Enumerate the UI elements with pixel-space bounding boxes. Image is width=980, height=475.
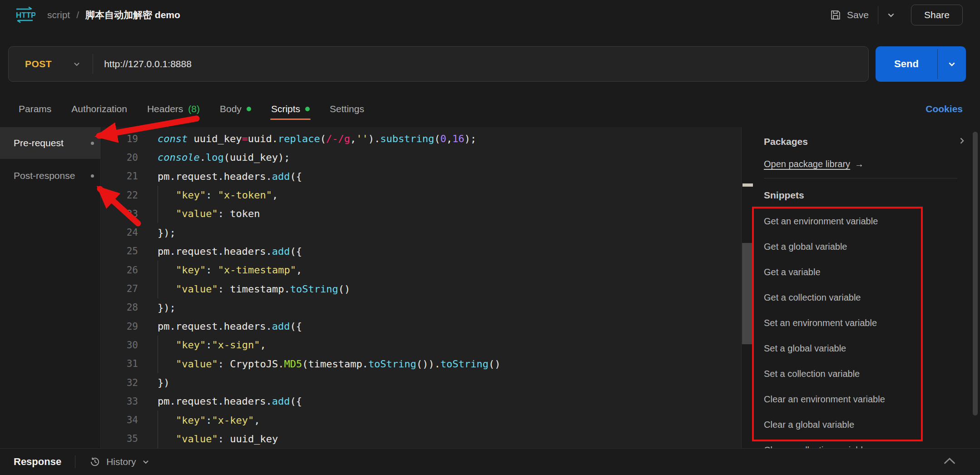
request-tabs: ParamsAuthorizationHeaders(8)BodyScripts… [0,91,980,127]
header-divider [878,6,878,24]
open-package-library-link[interactable]: Open package library → [764,159,864,169]
code-line: 34"key":"x-key", [101,411,741,429]
http-request-icon: HTTP [14,5,35,25]
response-bottom-bar: Response History [0,448,980,475]
line-number: 27 [101,283,158,294]
line-number: 26 [101,265,158,276]
tab-settings[interactable]: Settings [330,91,364,127]
sidebar-item-label: Post-response [14,170,75,181]
top-header: HTTP script / 脚本自动加解密 demo Save [0,0,980,30]
scroll-position-marker [742,183,753,187]
code-text: "value": uuid_key [158,430,278,448]
snippet-clear-a-global-variable[interactable]: Clear a global variable [764,412,959,437]
expand-response-chevron-icon[interactable] [942,456,957,468]
send-dropdown-chevron[interactable] [938,46,966,82]
code-line: 30"key":"x-sign", [101,336,741,354]
code-line: 22"key": "x-token", [101,186,741,204]
code-text: }) [158,373,170,392]
tab-label: Authorization [71,104,127,114]
tab-label: Params [19,104,51,114]
line-number: 20 [101,152,158,163]
url-input[interactable] [93,59,868,69]
code-text: "value": timestamp.toString() [158,279,350,298]
code-text: const uuid_key=uuid.replace(/-/g,'').sub… [158,129,476,148]
code-text: "key":"x-key", [158,411,260,429]
code-text: "value": token [158,204,260,223]
history-button[interactable]: History [89,456,149,468]
code-text: "key":"x-sign", [158,336,266,354]
tab-count-badge: (8) [188,104,200,114]
tab-label: Settings [330,104,364,114]
snippet-set-a-collection-variable[interactable]: Set a collection variable [764,361,959,386]
tab-label: Scripts [271,104,300,114]
code-text: pm.request.headers.add({ [158,392,302,411]
script-present-dot [91,174,94,178]
snippet-set-a-global-variable[interactable]: Set a global variable [764,336,959,361]
tab-body[interactable]: Body [220,91,251,127]
snippet-get-an-environment-variable[interactable]: Get an environment variable [764,208,959,234]
cookies-link[interactable]: Cookies [926,91,963,127]
code-line: 27"value": timestamp.toString() [101,279,741,298]
panel-scrollbar-thumb[interactable] [973,132,978,416]
method-select[interactable]: POST [9,59,93,69]
snippet-get-a-variable[interactable]: Get a variable [764,259,959,285]
send-button[interactable]: Send [876,46,966,82]
editor-scrollbar-thumb[interactable] [742,243,753,344]
breadcrumb-separator: / [76,10,79,20]
tab-label: Headers [147,104,183,114]
history-clock-icon [89,456,101,468]
scripts-sidebar: Pre-requestPost-response [0,127,101,448]
editor-scrollbar [741,127,753,448]
snippet-clear-a-collection-variable[interactable]: Clear a collection variable [764,437,959,448]
snippet-list: Get an environment variableGet a global … [764,208,959,448]
code-text: }); [158,298,176,317]
tab-authorization[interactable]: Authorization [71,91,127,127]
code-line: 21pm.request.headers.add({ [101,167,741,186]
share-button[interactable]: Share [911,5,963,25]
code-editor[interactable]: 19const uuid_key=uuid.replace(/-/g,'').s… [101,127,741,448]
line-number: 28 [101,302,158,313]
tab-scripts[interactable]: Scripts [271,91,310,127]
history-chevron-icon [142,458,150,466]
code-text: pm.request.headers.add({ [158,167,302,186]
code-line: 29pm.request.headers.add({ [101,317,741,336]
line-number: 33 [101,396,158,407]
history-label: History [106,456,136,467]
tab-headers[interactable]: Headers(8) [147,91,200,127]
breadcrumb-collection[interactable]: script [47,10,70,20]
sidebar-item-post-response[interactable]: Post-response [0,160,100,192]
code-text: pm.request.headers.add({ [158,317,302,336]
snippet-get-a-collection-variable[interactable]: Get a collection variable [764,285,959,310]
line-number: 22 [101,190,158,201]
request-title[interactable]: 脚本自动加解密 demo [85,9,180,21]
line-number: 35 [101,433,158,444]
save-dropdown-chevron[interactable] [881,7,901,23]
code-line: 25pm.request.headers.add({ [101,242,741,261]
code-line: 20console.log(uuid_key); [101,148,741,167]
snippet-clear-an-environment-variable[interactable]: Clear an environment variable [764,386,959,412]
snippet-set-an-environment-variable[interactable]: Set an environment variable [764,310,959,336]
code-line: 19const uuid_key=uuid.replace(/-/g,'').s… [101,129,741,148]
script-present-dot [91,142,94,145]
bottom-bar-divider [75,455,75,468]
svg-text:HTTP: HTTP [16,11,35,20]
app-window: HTTP script / 脚本自动加解密 demo Save [0,0,980,475]
line-number: 19 [101,134,158,144]
method-chevron-icon [73,60,81,68]
method-label: POST [25,59,52,69]
panel-collapse-chevron-icon[interactable] [957,136,966,147]
send-label: Send [876,46,937,82]
line-number: 23 [101,208,158,219]
tab-label: Body [220,104,242,114]
tab-status-dot [247,107,251,111]
sidebar-item-pre-request[interactable]: Pre-request [0,127,100,159]
save-button[interactable]: Save [823,5,875,25]
code-line: 28}); [101,298,741,317]
code-line: 24}); [101,223,741,242]
code-line: 23"value": token [101,204,741,223]
save-icon [830,9,841,21]
tab-params[interactable]: Params [19,91,51,127]
code-text: "key": "x-timestamp", [158,261,302,279]
snippet-get-a-global-variable[interactable]: Get a global variable [764,234,959,259]
line-number: 29 [101,321,158,332]
